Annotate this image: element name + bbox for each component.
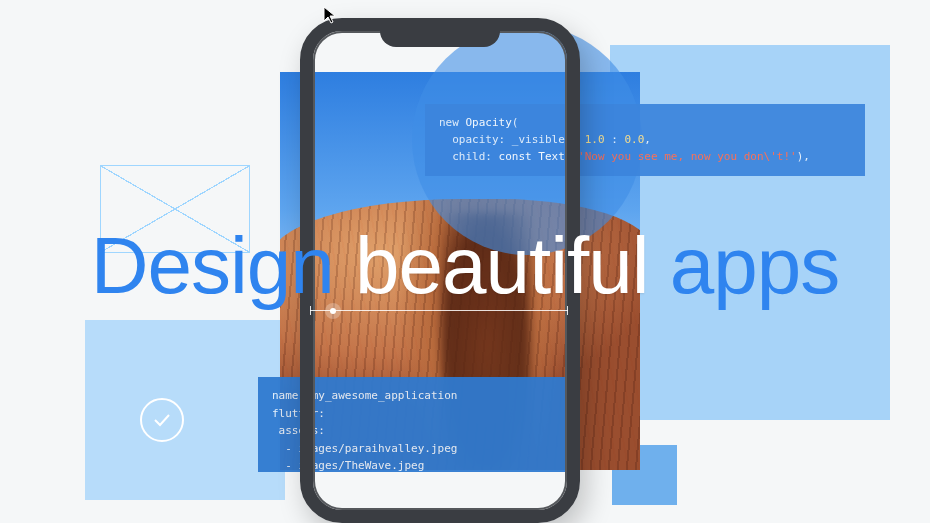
code-snippet-yaml: name: my_awesome_application flutter: as… xyxy=(258,377,568,472)
code-snippet-opacity: new Opacity( opacity: _visible ? 1.0 : 0… xyxy=(425,104,865,176)
headline: Design beautiful apps xyxy=(0,220,930,312)
cursor-icon xyxy=(323,6,337,24)
check-circle-icon xyxy=(140,398,184,442)
headline-word-2: beautiful xyxy=(355,221,648,310)
code-text: new Opacity( opacity: _visible ? 1.0 : 0… xyxy=(439,116,810,163)
headline-word-3: apps xyxy=(670,221,839,310)
headline-word-1: Design xyxy=(91,221,334,310)
bg-rect-lower-left xyxy=(85,320,285,500)
code-text: name: my_awesome_application flutter: as… xyxy=(272,389,457,472)
